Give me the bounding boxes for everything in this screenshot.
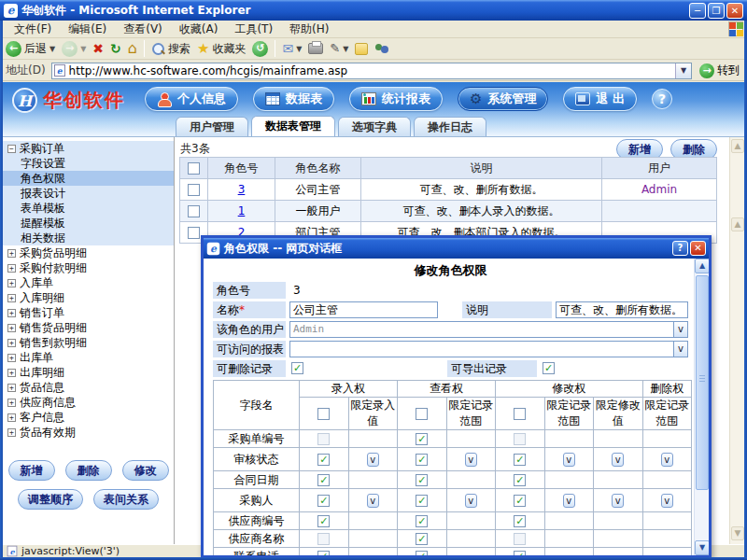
row-checkbox[interactable] xyxy=(188,227,200,239)
refresh-button[interactable]: ↻ xyxy=(110,42,121,55)
search-button[interactable]: 搜索 xyxy=(151,41,190,57)
perm-checkbox[interactable]: ✓ xyxy=(317,474,330,486)
expand-icon[interactable]: + xyxy=(7,309,16,317)
role-number-link[interactable]: 1 xyxy=(238,204,246,217)
role-users-combo[interactable]: Admin v xyxy=(289,321,688,338)
edit-dropdown-icon[interactable]: ▼ xyxy=(343,45,348,53)
role-user-link[interactable]: Admin xyxy=(641,183,677,196)
sidebar-item[interactable]: 提醒模板 xyxy=(3,216,174,231)
title-bar[interactable]: e 华创软件 - Microsoft Internet Explorer ─ ❐… xyxy=(0,0,747,21)
menu-item[interactable]: 帮助(H) xyxy=(281,22,337,35)
desc-input[interactable]: 可查、改、删所有数据。 xyxy=(556,301,688,318)
scroll-down-icon[interactable]: ▼ xyxy=(695,540,710,555)
perm-checkbox[interactable]: ✓ xyxy=(416,495,428,507)
perm-checkbox[interactable]: ✓ xyxy=(317,495,330,507)
mail-button[interactable]: ✉ ▼ xyxy=(282,42,302,55)
mail-dropdown-icon[interactable]: ▼ xyxy=(296,45,302,53)
limit-dropdown-icon[interactable]: v xyxy=(563,494,575,508)
expand-icon[interactable]: + xyxy=(7,279,16,287)
history-button[interactable]: ↺ xyxy=(252,41,268,57)
sidebar-item[interactable]: +出库明细 xyxy=(3,365,174,380)
perm-checkbox[interactable]: ✓ xyxy=(416,515,428,527)
nav-button-chart[interactable]: 统计报表 xyxy=(349,87,443,111)
select-all-checkbox[interactable] xyxy=(188,162,200,175)
can-delete-checkbox[interactable]: ✓ xyxy=(291,362,303,374)
help-button[interactable]: ? xyxy=(652,89,672,109)
limit-dropdown-icon[interactable]: v xyxy=(661,453,673,467)
column-select-checkbox[interactable] xyxy=(317,408,330,420)
collapse-icon[interactable]: − xyxy=(7,145,16,153)
row-checkbox[interactable] xyxy=(188,184,200,196)
forward-button[interactable]: → ▼ xyxy=(62,41,86,57)
combo-dropdown-icon[interactable]: v xyxy=(673,322,687,337)
edit-button[interactable]: ✎ ▼ xyxy=(330,42,348,55)
sidebar-item[interactable]: +销售订单 xyxy=(3,305,174,320)
scroll-up-icon[interactable]: ▲ xyxy=(731,139,744,153)
go-button[interactable]: → 转到 xyxy=(696,63,743,78)
limit-dropdown-icon[interactable]: v xyxy=(661,494,673,508)
expand-icon[interactable]: + xyxy=(7,294,16,302)
scroll-down-icon[interactable]: ▼ xyxy=(731,526,744,540)
sidebar-item[interactable]: 角色权限 xyxy=(3,171,174,186)
perm-checkbox[interactable] xyxy=(317,533,330,545)
sidebar-item[interactable]: 相关数据 xyxy=(3,231,174,245)
menu-item[interactable]: 查看(V) xyxy=(115,22,171,35)
perm-checkbox[interactable] xyxy=(317,433,330,445)
nav-button-gear[interactable]: ⚙系统管理 xyxy=(458,87,548,111)
sidebar-item[interactable]: +入库明细 xyxy=(3,290,174,305)
expand-icon[interactable]: + xyxy=(7,399,16,407)
home-button[interactable]: ⌂ xyxy=(128,42,137,55)
scroll-up-icon[interactable]: ▲ xyxy=(695,259,710,273)
sidebar-item[interactable]: +出库单 xyxy=(3,350,174,365)
maximize-button[interactable]: ❐ xyxy=(708,3,725,19)
tab-选项字典[interactable]: 选项字典 xyxy=(338,117,411,136)
sidebar-item[interactable]: +入库单 xyxy=(3,275,174,290)
nav-button-table[interactable]: 数据表 xyxy=(253,87,334,111)
address-dropdown-icon[interactable]: ▼ xyxy=(675,63,691,78)
column-select-checkbox[interactable] xyxy=(514,408,526,420)
expand-icon[interactable]: + xyxy=(7,354,16,362)
stop-button[interactable]: ✖ xyxy=(92,42,104,55)
limit-dropdown-icon[interactable]: v xyxy=(563,453,575,467)
reports-combo[interactable]: v xyxy=(289,341,688,357)
minimize-button[interactable]: ─ xyxy=(689,3,706,19)
sidebar-button[interactable]: 删除 xyxy=(65,460,112,481)
perm-checkbox[interactable]: ✓ xyxy=(514,515,526,527)
print-button[interactable] xyxy=(308,43,323,54)
perm-checkbox[interactable]: ✓ xyxy=(416,433,428,445)
perm-checkbox[interactable]: ✓ xyxy=(514,454,526,466)
perm-checkbox[interactable]: ✓ xyxy=(317,551,330,555)
sidebar-item[interactable]: 报表设计 xyxy=(3,186,174,201)
perm-checkbox[interactable]: ✓ xyxy=(416,454,428,466)
menu-item[interactable]: 编辑(E) xyxy=(60,22,115,35)
limit-dropdown-icon[interactable]: v xyxy=(465,494,477,508)
role-number-link[interactable]: 3 xyxy=(238,183,246,196)
perm-checkbox[interactable]: ✓ xyxy=(416,533,428,545)
scroll-up-icon[interactable]: ▲ xyxy=(731,217,744,231)
favorites-button[interactable]: ★ 收藏夹 xyxy=(197,41,246,57)
expand-icon[interactable]: + xyxy=(7,264,16,273)
expand-icon[interactable]: + xyxy=(7,324,16,332)
sidebar-item[interactable]: +采购付款明细 xyxy=(3,260,174,275)
sidebar-item[interactable]: +客户信息 xyxy=(3,410,174,425)
can-export-checkbox[interactable]: ✓ xyxy=(543,362,555,374)
sidebar-item[interactable]: +销售到款明细 xyxy=(3,335,174,350)
limit-dropdown-icon[interactable]: v xyxy=(367,494,379,508)
combo-dropdown-icon[interactable]: v xyxy=(673,342,687,357)
sidebar-item[interactable]: +货品有效期 xyxy=(3,425,174,440)
menu-item[interactable]: 文件(F) xyxy=(6,22,60,35)
perm-checkbox[interactable]: ✓ xyxy=(416,551,428,555)
menu-item[interactable]: 收藏(A) xyxy=(171,22,227,35)
perm-checkbox[interactable]: ✓ xyxy=(416,474,428,486)
back-dropdown-icon[interactable]: ▼ xyxy=(49,45,55,53)
back-button[interactable]: ← 后退 ▼ xyxy=(6,41,55,57)
expand-icon[interactable]: + xyxy=(7,413,16,422)
nav-button-exit[interactable]: 退 出 xyxy=(563,87,637,111)
sidebar-item[interactable]: −采购订单 xyxy=(3,141,174,156)
sidebar-item[interactable]: 表单模板 xyxy=(3,201,174,216)
tab-操作日志[interactable]: 操作日志 xyxy=(414,117,486,136)
expand-icon[interactable]: + xyxy=(7,428,16,437)
sidebar-item[interactable]: +销售货品明细 xyxy=(3,320,174,335)
sidebar-button[interactable]: 调整顺序 xyxy=(18,489,83,510)
sidebar-button[interactable]: 新增 xyxy=(8,460,55,481)
